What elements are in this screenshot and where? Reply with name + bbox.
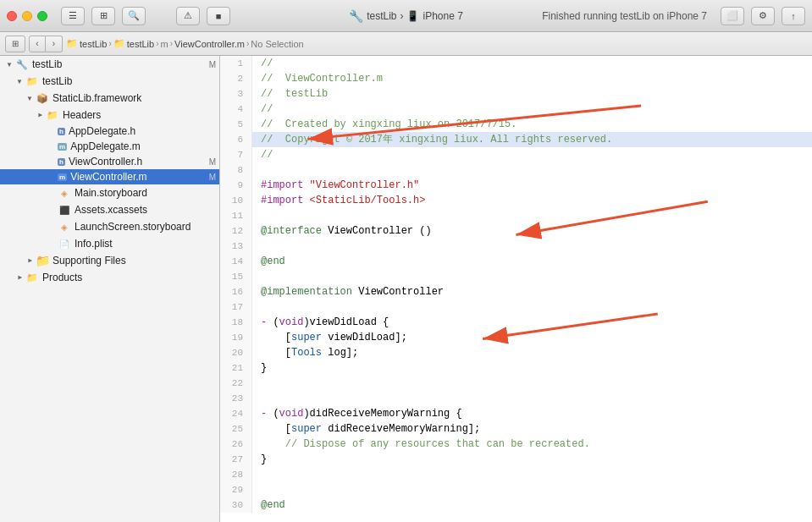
sidebar-label-staticlib: StaticLib.framework: [52, 92, 141, 104]
app-name: testLib: [367, 10, 396, 22]
line-content: [252, 376, 812, 391]
sidebar-item-testlib-root[interactable]: ▼ 🔧 testLib M: [0, 56, 219, 73]
framework-icon: 📦: [36, 91, 49, 105]
sidebar-item-headers[interactable]: ▼ 📁 Headers: [0, 107, 219, 124]
status-text: Finished running testLib on iPhone 7: [542, 10, 707, 22]
code-line-10: 10 #import <StaticLib/Tools.h>: [220, 193, 812, 208]
code-editor[interactable]: 1 // 2 // ViewController.m 3 // testLib …: [220, 56, 812, 522]
line-content: [Tools log];: [252, 345, 812, 360]
line-number: 6: [220, 132, 252, 147]
code-line-13: 13: [220, 239, 812, 254]
sidebar-item-launchscreen[interactable]: ▼ ◈ LaunchScreen.storyboard: [0, 218, 219, 235]
scheme-button[interactable]: ⊞: [91, 7, 115, 25]
breadcrumb-item-2[interactable]: testLib: [127, 39, 154, 49]
line-number: 3: [220, 86, 252, 102]
line-content: //: [252, 102, 812, 117]
line-content: //: [252, 56, 812, 71]
breadcrumb-item-3[interactable]: m: [161, 39, 168, 49]
sidebar-item-staticlib[interactable]: ▼ 📦 StaticLib.framework: [0, 90, 219, 107]
grid-view-icon: ⊞: [12, 39, 19, 48]
grid-view-button[interactable]: ⊞: [5, 36, 25, 52]
share-icon: ↑: [791, 11, 796, 21]
line-number: 23: [220, 391, 252, 406]
line-number: 20: [220, 345, 252, 360]
breadcrumb: 📁 testLib › 📁 testLib › m › ViewControll…: [66, 38, 304, 49]
line-content: [252, 482, 812, 497]
sidebar-label-appdelegate-m: AppDelegate.m: [70, 140, 141, 152]
title-center: 🔧 testLib › 📱 iPhone 7: [349, 9, 463, 23]
breadcrumb-item-4[interactable]: ViewController.m: [174, 39, 245, 49]
debug-icon: ⚙: [759, 10, 767, 21]
disclosure-icon: ▼: [14, 75, 25, 87]
sidebar-item-main-storyboard[interactable]: ▼ ◈ Main.storyboard: [0, 184, 219, 201]
sidebar-label-supporting-files: Supporting Files: [52, 255, 126, 266]
project-icon: 🔧: [15, 58, 29, 71]
sidebar-item-assets[interactable]: ▼ ⬛ Assets.xcassets: [0, 201, 219, 218]
code-line-27: 27 }: [220, 452, 812, 467]
stop-button[interactable]: ■: [207, 7, 230, 25]
line-number: 21: [220, 360, 252, 376]
code-line-11: 11: [220, 208, 812, 223]
sidebar-label-launchscreen: LaunchScreen.storyboard: [75, 221, 191, 233]
code-line-9: 9 #import "ViewController.h": [220, 178, 812, 193]
breadcrumb-icon-1: 📁: [66, 38, 78, 49]
secondary-toolbar: ⊞ ‹ › 📁 testLib › 📁 testLib › m › ViewCo…: [0, 32, 812, 56]
code-line-8: 8: [220, 162, 812, 178]
code-line-15: 15: [220, 269, 812, 284]
sidebar-item-viewcontroller-m[interactable]: ▼ m ViewController.m M: [0, 169, 219, 184]
line-content: [super viewDidLoad];: [252, 330, 812, 345]
line-number: 19: [220, 330, 252, 345]
sidebar-label-appdelegate-h: AppDelegate.h: [69, 125, 135, 137]
breadcrumb-item-1[interactable]: testLib: [80, 39, 107, 49]
line-content: //: [252, 147, 812, 162]
minimize-button[interactable]: [22, 11, 32, 21]
warning-button[interactable]: ⚠: [176, 7, 200, 25]
sidebar-item-viewcontroller-h[interactable]: ▼ h ViewController.h M: [0, 154, 219, 169]
maximize-button[interactable]: [37, 11, 47, 21]
code-line-30: 30 @end: [220, 497, 812, 513]
products-folder-icon: 📁: [25, 271, 39, 284]
disclosure-icon: ▼: [3, 58, 15, 70]
sidebar-item-products[interactable]: ▼ 📁 Products: [0, 269, 219, 286]
sidebar-label-viewcontroller-h: ViewController.h: [69, 156, 142, 168]
line-number: 29: [220, 482, 252, 497]
line-content: - (void)viewDidLoad {: [252, 315, 812, 330]
line-content: #import "ViewController.h": [252, 178, 812, 193]
search-button[interactable]: 🔍: [122, 7, 146, 25]
line-number: 22: [220, 376, 252, 391]
nav-back-button[interactable]: ‹: [29, 36, 46, 52]
code-line-16: 16 @implementation ViewController: [220, 284, 812, 299]
sidebar-item-info-plist[interactable]: ▼ 📄 Info.plist: [0, 235, 219, 252]
line-number: 25: [220, 421, 252, 437]
h-badge: h: [58, 128, 65, 135]
breadcrumb-item-5[interactable]: No Selection: [251, 39, 303, 49]
debug-button[interactable]: ⚙: [751, 7, 775, 25]
code-line-18: 18 - (void)viewDidLoad {: [220, 315, 812, 330]
sidebar-item-supporting-files[interactable]: ▼ 📁 Supporting Files: [0, 252, 219, 269]
nav-forward-button[interactable]: ›: [46, 36, 63, 52]
line-number: 10: [220, 193, 252, 208]
line-number: 11: [220, 208, 252, 223]
sidebar-item-appdelegate-m[interactable]: ▼ m AppDelegate.m: [0, 139, 219, 154]
line-number: 24: [220, 406, 252, 421]
share-button[interactable]: ↑: [782, 7, 805, 25]
m-badge: m: [58, 173, 67, 181]
storyboard-icon: ◈: [58, 186, 71, 200]
sidebar-toggle-button[interactable]: ☰: [61, 7, 85, 25]
inspector-toggle-button[interactable]: ⬜: [721, 7, 744, 25]
code-area: 1 // 2 // ViewController.m 3 // testLib …: [220, 56, 812, 522]
title-bar: ☰ ⊞ 🔍 ⚠ ■ 🔧 testLib › 📱 iPhone 7 Finishe…: [0, 0, 812, 32]
code-line-28: 28: [220, 467, 812, 482]
close-button[interactable]: [7, 11, 17, 21]
code-line-2: 2 // ViewController.m: [220, 71, 812, 86]
line-number: 12: [220, 223, 252, 239]
xcassets-icon: ⬛: [58, 203, 71, 217]
line-content: }: [252, 360, 812, 376]
sidebar-label-main-storyboard: Main.storyboard: [75, 187, 147, 199]
sidebar-item-testlib-group[interactable]: ▼ 📁 testLib: [0, 73, 219, 90]
breadcrumb-sep-3: ›: [170, 39, 173, 48]
line-content: // ViewController.m: [252, 71, 812, 86]
app-icon: 🔧: [349, 9, 363, 23]
code-line-22: 22: [220, 376, 812, 391]
sidebar-item-appdelegate-h[interactable]: ▼ h AppDelegate.h: [0, 124, 219, 139]
